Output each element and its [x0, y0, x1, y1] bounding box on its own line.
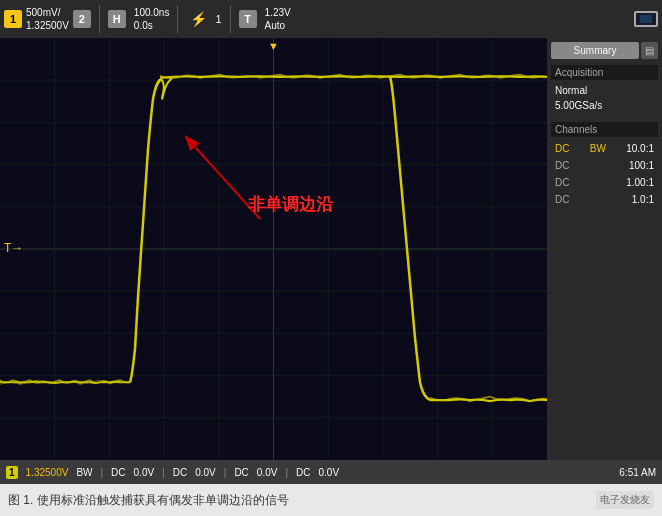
time-offset: 0.0s — [134, 19, 170, 32]
divider2 — [177, 5, 178, 33]
ch1-dc-label: DC — [555, 143, 569, 154]
bottom-dc2: DC — [173, 467, 187, 478]
ch3-dc-label: DC — [555, 177, 569, 188]
timebase-value: 100.0ns — [134, 6, 170, 19]
bottom-sep4: | — [285, 467, 288, 478]
voltage-reading: 1.23V — [265, 6, 291, 19]
run-count: 1 — [215, 13, 221, 25]
ch2-badge[interactable]: 2 — [73, 10, 91, 28]
ch1-voltage: 500mV/ — [26, 6, 69, 19]
bottom-sep3: | — [224, 467, 227, 478]
ch1-badge[interactable]: 1 — [4, 10, 22, 28]
bottom-ch1-value: 1.32500V — [26, 467, 69, 478]
channels-section-title: Channels — [551, 122, 658, 137]
timebase-info: 100.0ns 0.0s — [134, 6, 170, 32]
trigger-info: 1.23V Auto — [265, 6, 291, 32]
caption-area: 图 1. 使用标准沿触发捕获具有偶发非单调边沿的信号 电子发烧友 — [0, 484, 662, 516]
bottom-bar: 1 1.32500V BW | DC 0.0V | DC 0.0V | DC 0… — [0, 460, 662, 484]
lightning-icon: ⚡ — [190, 11, 207, 27]
top-toolbar: 1 500mV/ 1.32500V 2 H 100.0ns 0.0s ⚡ 1 T… — [0, 0, 662, 38]
acq-rate-value: 5.00GSa/s — [551, 99, 658, 112]
ch2-dc-label: DC — [555, 160, 569, 171]
channel-row-3: DC 1.00:1 — [551, 175, 658, 190]
trigger-mode: Auto — [265, 19, 291, 32]
ch2-value: 100:1 — [629, 160, 654, 171]
annotation-text: 非单调边沿 — [248, 193, 333, 216]
channel-row-2: DC 100:1 — [551, 158, 658, 173]
screen-icon[interactable] — [634, 11, 658, 27]
toolbar-right — [634, 11, 658, 27]
channel-row-4: DC 1.0:1 — [551, 192, 658, 207]
ch4-value: 1.0:1 — [632, 194, 654, 205]
bottom-time: 6:51 AM — [619, 467, 656, 478]
caption-text: 图 1. 使用标准沿触发捕获具有偶发非单调边沿的信号 — [8, 492, 289, 509]
bottom-sep1: | — [101, 467, 104, 478]
ch1-info: 500mV/ 1.32500V — [26, 6, 69, 32]
panel-tabs: Summary ▤ — [551, 42, 658, 59]
channel-row-1: DC BW 10.0:1 — [551, 141, 658, 156]
watermark: 电子发烧友 — [596, 491, 654, 509]
svg-rect-0 — [640, 15, 652, 23]
bottom-val3: 0.0V — [257, 467, 278, 478]
waveform-svg — [0, 38, 547, 460]
bottom-dc4: DC — [296, 467, 310, 478]
summary-tab[interactable]: Summary — [551, 42, 639, 59]
bottom-bw: BW — [76, 467, 92, 478]
ch1-bw-label: BW — [590, 143, 606, 154]
bottom-dc3: DC — [234, 467, 248, 478]
ch1-value: 10.0:1 — [626, 143, 654, 154]
h-badge[interactable]: H — [108, 10, 126, 28]
acquisition-section-title: Acquisition — [551, 65, 658, 80]
bottom-sep2: | — [162, 467, 165, 478]
ch4-dc-label: DC — [555, 194, 569, 205]
panel-icon-tab[interactable]: ▤ — [641, 42, 658, 59]
right-panel: Summary ▤ Acquisition Normal 5.00GSa/s C… — [547, 38, 662, 460]
main-content: T→ ▼ 非单调边沿 Summary ▤ Acqu — [0, 38, 662, 460]
time-marker: ▼ — [268, 40, 279, 52]
ch1-offset: 1.32500V — [26, 19, 69, 32]
bottom-val4: 0.0V — [318, 467, 339, 478]
bottom-dc1: DC — [111, 467, 125, 478]
divider1 — [99, 5, 100, 33]
acq-mode-value: Normal — [551, 84, 658, 97]
divider3 — [230, 5, 231, 33]
bottom-val1: 0.0V — [134, 467, 155, 478]
main-container: 1 500mV/ 1.32500V 2 H 100.0ns 0.0s ⚡ 1 T… — [0, 0, 662, 516]
scope-display: T→ ▼ 非单调边沿 — [0, 38, 547, 460]
bottom-ch1-badge: 1 — [6, 466, 18, 479]
trigger-marker: T→ — [4, 241, 23, 255]
bottom-val2: 0.0V — [195, 467, 216, 478]
trigger-badge[interactable]: T — [239, 10, 257, 28]
ch3-value: 1.00:1 — [626, 177, 654, 188]
